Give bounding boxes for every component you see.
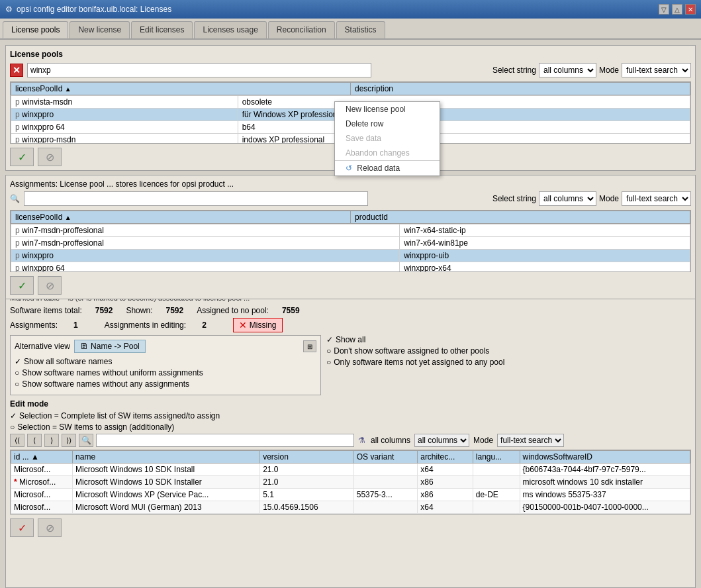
expand-button[interactable]: ⊞ — [303, 340, 316, 352]
name-pool-button[interactable]: 🖹 Name -> Pool — [74, 340, 146, 353]
edit-mode-sw-items[interactable]: ○ Selection = SW items to assign (additi… — [10, 422, 321, 432]
arch-cell: x64 — [418, 464, 473, 476]
show-without-any-option[interactable]: ○ Show software names without any assign… — [15, 379, 316, 389]
only-unassigned[interactable]: ○ Only software items not yet assigned t… — [326, 358, 691, 367]
lang-cell — [473, 501, 520, 514]
prev-page-button[interactable]: ⟨ — [27, 434, 42, 447]
missing-button[interactable]: ✕ Missing — [233, 318, 283, 332]
titlebar-title: opsi config editor bonifax.uib.local: Li… — [17, 5, 171, 14]
assignments-label: Assignments: License pool ... stores lic… — [10, 179, 691, 189]
col-wsid[interactable]: windowsSoftwareID — [520, 451, 690, 464]
arch-cell: x86 — [418, 476, 473, 489]
table-search-button[interactable]: 🔍 — [79, 434, 93, 447]
cancel-button[interactable]: ⊘ — [38, 148, 62, 166]
assignments-mode-label: Mode — [599, 194, 619, 203]
os-cell — [353, 501, 418, 514]
close-button[interactable]: ✕ — [685, 4, 696, 15]
table-row[interactable]: p winxppro winxppro-uib — [11, 250, 690, 262]
mode-label: Mode — [599, 66, 619, 75]
version-cell: 21.0 — [260, 464, 354, 476]
col-version[interactable]: version — [260, 451, 354, 464]
col-assignment-pool-id[interactable]: licensePoolId ▲ — [11, 211, 351, 224]
select-string-label-bottom: all columns — [371, 436, 410, 445]
table-row[interactable]: Microsof... Microsoft Windows 10 SDK Ins… — [11, 464, 690, 476]
mode-select[interactable]: full-text search — [622, 63, 691, 77]
tab-reconciliation[interactable]: Reconciliation — [268, 21, 335, 38]
assignments-data-table: p win7-msdn-proffesional win7-x64-static… — [11, 224, 690, 271]
select-string-label: Select string — [492, 66, 536, 75]
table-row[interactable]: p win7-msdn-proffesional win7-x64-win81p… — [11, 237, 690, 250]
tab-license-pools[interactable]: License pools — [3, 21, 68, 38]
radio-icon: ○ — [326, 346, 331, 356]
first-page-button[interactable]: ⟨⟨ — [10, 434, 24, 447]
description-cell: für Windows XP professional von uib — [238, 109, 690, 121]
assignments-table-container: licensePoolId ▲ productId p win7-msdn-pr… — [10, 210, 691, 272]
missing-icon: ✕ — [239, 320, 247, 330]
table-row[interactable]: p win7-msdn-proffesional win7-x64-static… — [11, 224, 690, 237]
show-all-label: Show all software names — [24, 357, 112, 366]
select-mode-group: Select string all columns Mode full-text… — [492, 63, 691, 77]
assignments-select-string[interactable]: all columns — [539, 191, 596, 206]
show-all-right[interactable]: ✓ Show all — [326, 335, 691, 344]
col-os-variant[interactable]: OS variant — [353, 451, 418, 464]
show-all-option[interactable]: ✓ Show all software names — [15, 357, 316, 366]
col-id[interactable]: id ... ▲ — [11, 451, 73, 464]
lower-content: Alternative view 🖹 Name -> Pool ⊞ ✓ Show… — [10, 335, 691, 434]
left-panel: Alternative view 🖹 Name -> Pool ⊞ ✓ Show… — [10, 335, 321, 434]
name-pool-icon: 🖹 — [80, 342, 88, 351]
table-row[interactable]: Microsof... Microsoft Word MUI (German) … — [11, 501, 690, 514]
name-cell: Microsoft Windows 10 SDK Installer — [73, 476, 260, 489]
table-row[interactable]: p winxppro 64 winxppro-x64 — [11, 262, 690, 272]
bottom-confirm-button[interactable]: ✓ — [10, 518, 34, 537]
maximize-button[interactable]: △ — [672, 4, 682, 15]
dont-show-assigned[interactable]: ○ Don't show software assigned to other … — [326, 346, 691, 356]
assigned-value: 7559 — [282, 306, 300, 315]
col-arch[interactable]: architec... — [418, 451, 473, 464]
edit-mode-section: Edit mode ✓ Selection = Complete list of… — [10, 399, 321, 432]
assignments-cancel-button[interactable]: ⊘ — [38, 276, 62, 295]
next-page-button[interactable]: ⟩ — [44, 434, 59, 447]
edit-mode-complete-list[interactable]: ✓ Selection = Complete list of SW items … — [10, 411, 321, 420]
context-delete-row[interactable]: Delete row — [335, 117, 440, 131]
tab-statistics[interactable]: Statistics — [336, 21, 385, 38]
last-page-button[interactable]: ⟩⟩ — [62, 434, 76, 447]
lang-cell — [473, 476, 520, 489]
tab-new-license[interactable]: New license — [70, 21, 130, 38]
tab-edit-licenses[interactable]: Edit licenses — [131, 21, 193, 38]
name-cell: Microsoft Word MUI (German) 2013 — [73, 501, 260, 514]
name-cell: Microsoft Windows XP (Service Pac... — [73, 489, 260, 501]
col-license-pool-id[interactable]: licensePoolId ▲ — [11, 83, 351, 95]
tab-licenses-usage[interactable]: Licenses usage — [194, 21, 266, 38]
table-row[interactable]: Microsof... Microsoft Windows XP (Servic… — [11, 489, 690, 501]
description-cell: obsolete — [238, 96, 690, 109]
wsid-cell: {b606743a-7044-4bf7-97c7-5979... — [520, 464, 690, 476]
os-cell: 55375-3... — [353, 489, 418, 501]
assignments-table-scroll[interactable]: p win7-msdn-proffesional win7-x64-static… — [11, 224, 690, 271]
id-cell: Microsof... — [11, 489, 73, 501]
col-description[interactable]: description — [351, 83, 690, 95]
context-reload-data[interactable]: ↺ Reload data — [335, 160, 440, 175]
context-menu: New license pool Delete row Save data Ab… — [334, 101, 440, 176]
col-lang[interactable]: langu... — [473, 451, 520, 464]
assignments-confirm-button[interactable]: ✓ — [10, 276, 34, 295]
assignments-mode-select[interactable]: full-text search — [622, 191, 691, 206]
search-input[interactable] — [27, 63, 371, 77]
bottom-mode-select[interactable]: full-text search — [497, 434, 564, 447]
table-row[interactable]: * Microsof... Microsoft Windows 10 SDK I… — [11, 476, 690, 489]
table-search-input[interactable] — [96, 434, 354, 447]
confirm-button[interactable]: ✓ — [10, 148, 34, 166]
clear-search-button[interactable]: ✕ — [10, 64, 23, 77]
app-icon: ⚙ — [5, 5, 13, 14]
assignments-select-mode: Select string all columns Mode full-text… — [492, 191, 691, 206]
show-without-uniform-option[interactable]: ○ Show software names without uniform as… — [15, 368, 316, 377]
bottom-select-string[interactable]: all columns — [414, 434, 469, 447]
minimize-button[interactable]: ▽ — [659, 4, 669, 15]
context-new-license-pool[interactable]: New license pool — [335, 102, 440, 117]
select-string-select[interactable]: all columns — [539, 63, 596, 77]
wsid-cell: ms windows 55375-337 — [520, 489, 690, 501]
col-product-id[interactable]: productId — [351, 211, 690, 224]
alt-view-label: Alternative view — [15, 342, 70, 351]
col-name[interactable]: name — [73, 451, 260, 464]
bottom-cancel-button[interactable]: ⊘ — [38, 518, 62, 537]
assignments-search-input[interactable] — [24, 191, 368, 206]
